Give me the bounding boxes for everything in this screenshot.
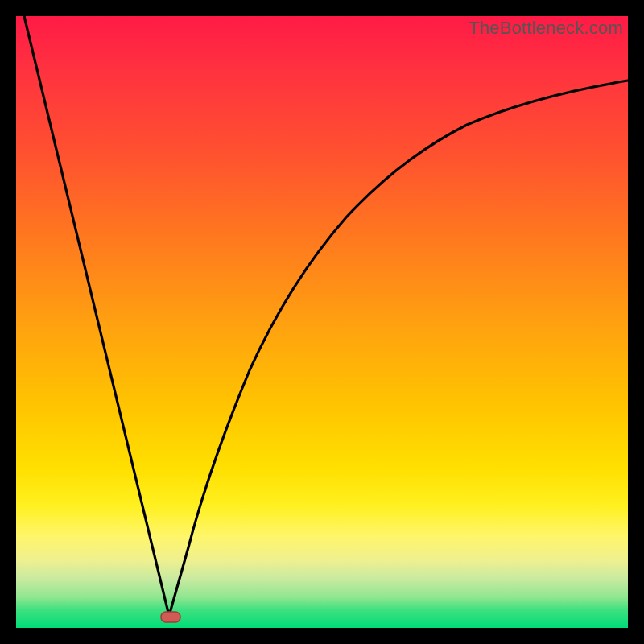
minimum-marker	[161, 612, 180, 622]
chart-frame: TheBottleneck.com	[0, 0, 644, 644]
plot-area: TheBottleneck.com	[16, 16, 628, 628]
curve-left-branch	[24, 16, 169, 616]
bottleneck-curve	[16, 16, 628, 628]
curve-right-branch	[169, 80, 628, 616]
